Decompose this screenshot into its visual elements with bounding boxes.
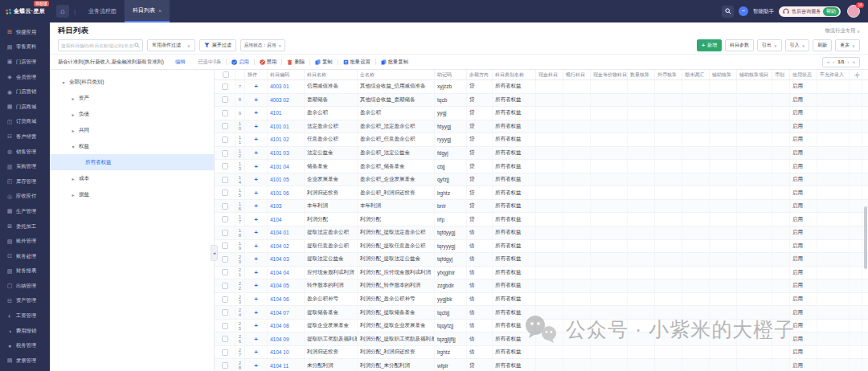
table-row[interactable]: 2 7+4104 10利润归还投资利润分配_利润归还投资lrghtz借所有者权益… — [215, 346, 868, 360]
search-box[interactable] — [58, 39, 143, 51]
table-row[interactable]: 1 9+4104 02提取任意盈余公积利润分配_提取任意盈余公积tqryyygj… — [215, 240, 868, 254]
enable-button[interactable]: 启用 — [231, 59, 249, 66]
search-input[interactable] — [61, 43, 134, 48]
table-row[interactable]: 2 8+4104 11未分配利润利润分配_未分配利润wfplr贷所有者权益启用 — [215, 359, 868, 371]
expand-row-button[interactable]: + — [245, 320, 268, 332]
sidebar-item-16[interactable]: ⊡账务处理 — [0, 249, 50, 264]
chevron-collapsed-icon[interactable]: ▸ — [71, 176, 76, 181]
table-row[interactable]: 1 8+4104 01提取法定盈余公积利润分配_提取法定盈余公积tqfdyygj… — [215, 226, 868, 240]
assistant-toggle[interactable]: − — [739, 6, 748, 16]
first-page-icon[interactable]: « — [827, 59, 829, 64]
tab-account-list[interactable]: 科目列表 × — [125, 0, 170, 22]
row-checkbox[interactable] — [222, 349, 228, 356]
tree-leaf[interactable]: 所有者权益 — [50, 154, 214, 170]
delete-button[interactable]: 删除 — [287, 59, 305, 66]
account-code-link[interactable]: 4101 02 — [268, 133, 305, 146]
panel-resize-handle[interactable]: ◂▸ — [211, 245, 218, 261]
expand-row-button[interactable]: + — [245, 160, 268, 173]
expand-row-button[interactable]: + — [245, 213, 268, 226]
sidebar-item-21[interactable]: ◑费用报销 — [0, 324, 50, 339]
home-button[interactable]: ⌂ — [56, 5, 69, 18]
table-row[interactable]: 2 5+4104 08提取企业发展基金利润分配_提取企业发展基金tqqyfzjj… — [215, 320, 868, 333]
status-filter-tag[interactable]: 启用状态：启用 × — [240, 39, 285, 51]
last-page-icon[interactable]: » — [853, 59, 855, 64]
row-checkbox[interactable] — [222, 269, 228, 275]
refresh-button[interactable]: 刷新 — [813, 39, 832, 51]
chevron-collapsed-icon[interactable]: ▸ — [71, 128, 76, 133]
more-button[interactable]: 更多∨ — [835, 39, 860, 51]
row-checkbox[interactable] — [222, 256, 228, 263]
sidebar-item-7[interactable]: ◫订货商城 — [0, 115, 50, 130]
gear-icon[interactable] — [854, 72, 860, 78]
table-row[interactable]: 9+4101盈余公积盈余公积yygj贷所有者权益启用 — [215, 107, 868, 120]
account-code-link[interactable]: 4104 09 — [268, 332, 305, 345]
expand-row-button[interactable]: + — [245, 253, 268, 266]
account-code-link[interactable]: 4104 01 — [268, 226, 305, 239]
row-checkbox[interactable] — [222, 243, 228, 249]
table-row[interactable]: 1 2+4101 03法定公益金盈余公积_法定公益金fdgyj贷所有者权益启用 — [215, 147, 868, 161]
expand-row-button[interactable]: + — [245, 107, 268, 120]
account-code-link[interactable]: 4101 01 — [268, 120, 305, 133]
table-row[interactable]: 2 3+4104 06盈余公积补亏利润分配_盈余公积补亏yygjbk借所有者权益… — [215, 293, 868, 307]
sidebar-item-3[interactable]: ▣门店管理 — [0, 55, 50, 70]
account-code-link[interactable]: 4104 04 — [268, 267, 305, 279]
expand-row-button[interactable]: + — [245, 346, 268, 359]
tree-item[interactable]: ▾权益 — [50, 138, 214, 154]
table-row[interactable]: 2 6+4104 09提取职工奖励及福利基金利润分配_提取职工奖励及福利基金tq… — [215, 332, 868, 346]
assistant-label[interactable]: 智能助手 — [753, 8, 774, 15]
sidebar-item-17[interactable]: ▨财务报表 — [0, 264, 50, 279]
after-sales-service-pill[interactable]: 售后咨询服务 帮助 — [779, 6, 841, 17]
tab-business-flow[interactable]: 业务流程图 — [80, 0, 125, 22]
sidebar-item-19[interactable]: ⊟资产管理 — [0, 294, 50, 309]
prev-page-icon[interactable]: ‹ — [833, 59, 834, 64]
account-code-link[interactable]: 4104 07 — [268, 306, 305, 319]
expand-row-button[interactable]: + — [245, 133, 268, 146]
expand-row-button[interactable]: + — [245, 306, 268, 319]
import-button[interactable]: 引入∨ — [785, 39, 810, 51]
sidebar-item-13[interactable]: ▩生产管理 — [0, 204, 50, 219]
table-row[interactable]: 1 3+4101 04储备基金盈余公积_储备基金cbjj贷所有者权益启用 — [215, 160, 868, 173]
table-row[interactable]: 1 6+4103本年利润本年利润bnlr贷所有者权益启用 — [215, 200, 868, 214]
row-checkbox[interactable] — [222, 323, 228, 329]
table-row[interactable]: 2 1+4104 04应付现金股利或利润利润分配_应付现金股利或利润yfxjgl… — [215, 267, 868, 280]
account-code-link[interactable]: 4104 05 — [268, 279, 305, 292]
expand-row-button[interactable]: + — [245, 240, 268, 253]
expand-row-button[interactable]: + — [245, 147, 268, 160]
expand-row-button[interactable]: + — [245, 267, 268, 279]
expand-row-button[interactable]: + — [245, 226, 268, 239]
row-checkbox[interactable] — [222, 177, 228, 183]
expand-row-button[interactable]: + — [245, 279, 268, 292]
row-checkbox[interactable] — [222, 150, 228, 157]
row-checkbox[interactable] — [222, 336, 228, 342]
tree-item[interactable]: ▸损益 — [50, 186, 214, 202]
sidebar-item-9[interactable]: ◍销售管理 — [0, 145, 50, 160]
chevron-expanded-icon[interactable]: ▾ — [71, 144, 76, 149]
row-checkbox[interactable] — [222, 163, 228, 169]
tree-item[interactable]: ▸资产 — [50, 90, 214, 106]
tree-item[interactable]: ▸成本 — [50, 170, 214, 186]
account-code-link[interactable]: 4003 02 — [268, 94, 305, 107]
sidebar-item-10[interactable]: ▥采购管理 — [0, 159, 50, 174]
account-code-link[interactable]: 4104 06 — [268, 293, 305, 306]
account-code-link[interactable]: 4104 02 — [268, 240, 305, 253]
row-checkbox[interactable] — [222, 96, 228, 103]
disable-button[interactable]: 禁用 — [260, 59, 277, 66]
sidebar-item-18[interactable]: ▢出纳管理 — [0, 279, 50, 294]
global-search-button[interactable] — [722, 6, 734, 18]
table-row[interactable]: 1 4+4101 05企业发展基金盈余公积_企业发展基金qyfzjj贷所有者权益… — [215, 173, 868, 187]
account-code-link[interactable]: 4101 05 — [268, 173, 305, 186]
row-checkbox[interactable] — [222, 84, 228, 90]
account-code-link[interactable]: 4101 — [268, 107, 305, 120]
industry-selector[interactable]: 物流行业专用 ∨ — [825, 27, 860, 35]
account-code-link[interactable]: 4101 06 — [268, 186, 305, 199]
expand-row-button[interactable]: + — [245, 94, 268, 107]
account-code-link[interactable]: 4101 04 — [268, 160, 305, 173]
copy-button[interactable]: 复制 — [315, 59, 333, 66]
table-row[interactable]: 8+4003 02套期储备其他综合收益_套期储备tqcb贷所有者权益启用 — [215, 94, 868, 108]
sidebar-item-2[interactable]: ▤零售资料 — [0, 40, 50, 55]
sidebar-item-5[interactable]: ◉门店营销 — [0, 84, 50, 100]
chevron-collapsed-icon[interactable]: ▸ — [71, 192, 76, 198]
batch-set-button[interactable]: 批量设置 — [343, 59, 371, 66]
expand-row-button[interactable]: + — [245, 80, 268, 93]
expand-row-button[interactable]: + — [245, 173, 268, 186]
